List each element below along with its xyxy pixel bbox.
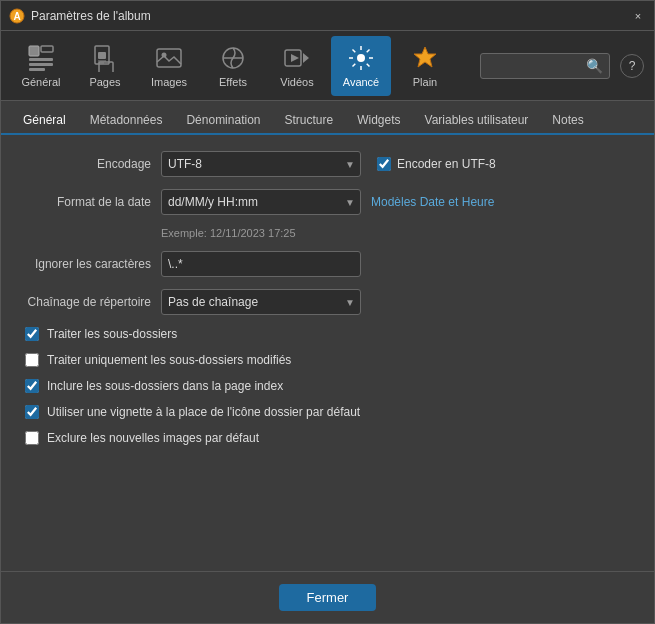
toolbar-avance-label: Avancé — [343, 76, 380, 88]
avance-icon — [347, 44, 375, 72]
toolbar-effets[interactable]: Effets — [203, 36, 263, 96]
encoder-utf8-checkbox[interactable] — [377, 157, 391, 171]
tab-notes[interactable]: Notes — [540, 107, 595, 135]
pages-icon — [91, 44, 119, 72]
svg-rect-2 — [29, 46, 39, 56]
svg-rect-4 — [29, 58, 53, 61]
svg-marker-18 — [291, 54, 299, 62]
format-date-row: Format de la date dd/MM/y HH:mm MM/dd/yy… — [21, 189, 634, 215]
encodage-row: Encodage UTF-8 ISO-8859-1 Windows-1252 ▼… — [21, 151, 634, 177]
toolbar-videos-label: Vidéos — [280, 76, 313, 88]
ignorer-label: Ignorer les caractères — [21, 257, 151, 271]
ignorer-input[interactable] — [161, 251, 361, 277]
tabs-bar: Général Métadonnées Dénomination Structu… — [1, 101, 654, 135]
toolbar-images[interactable]: Images — [139, 36, 199, 96]
checkbox-traiter-modifies: Traiter uniquement les sous-dossiers mod… — [21, 353, 634, 367]
tab-metadonnees[interactable]: Métadonnées — [78, 107, 175, 135]
checkbox-exclure-images-label: Exclure les nouvelles images par défaut — [47, 431, 259, 445]
footer: Fermer — [1, 571, 654, 623]
window-title: Paramètres de l'album — [31, 9, 630, 23]
toolbar-videos[interactable]: Vidéos — [267, 36, 327, 96]
svg-rect-6 — [29, 68, 45, 71]
checkbox-traiter-modifies-label: Traiter uniquement les sous-dossiers mod… — [47, 353, 291, 367]
toolbar-general-label: Général — [21, 76, 60, 88]
svg-rect-3 — [41, 46, 53, 52]
checkbox-traiter-sous: Traiter les sous-dossiers — [21, 327, 634, 341]
search-input[interactable] — [487, 59, 586, 73]
effets-icon — [219, 44, 247, 72]
close-button[interactable]: × — [630, 8, 646, 24]
main-window: A Paramètres de l'album × Général — [0, 0, 655, 624]
toolbar-pages[interactable]: Pages — [75, 36, 135, 96]
search-box: 🔍 — [480, 53, 610, 79]
toolbar-avance[interactable]: Avancé — [331, 36, 391, 96]
svg-line-25 — [367, 63, 370, 66]
checkbox-inclure-index-input[interactable] — [25, 379, 39, 393]
svg-point-19 — [357, 54, 365, 62]
toolbar-effets-label: Effets — [219, 76, 247, 88]
checkbox-utiliser-vignette-input[interactable] — [25, 405, 39, 419]
encodage-label: Encodage — [21, 157, 151, 171]
toolbar-plain[interactable]: Plain — [395, 36, 455, 96]
svg-rect-8 — [98, 52, 106, 59]
content-area: Encodage UTF-8 ISO-8859-1 Windows-1252 ▼… — [1, 135, 654, 571]
svg-line-26 — [367, 49, 370, 52]
encoder-utf8-row: Encoder en UTF-8 — [377, 157, 496, 171]
checkbox-exclure-images-input[interactable] — [25, 431, 39, 445]
tab-denomination[interactable]: Dénomination — [174, 107, 272, 135]
format-date-label: Format de la date — [21, 195, 151, 209]
svg-rect-5 — [29, 63, 53, 66]
checkbox-utiliser-vignette: Utiliser une vignette à la place de l'ic… — [21, 405, 634, 419]
svg-marker-28 — [414, 47, 436, 67]
format-date-select[interactable]: dd/MM/y HH:mm MM/dd/yyyy HH:mm yyyy-MM-d… — [161, 189, 361, 215]
checkbox-inclure-index: Inclure les sous-dossiers dans la page i… — [21, 379, 634, 393]
encoder-utf8-label: Encoder en UTF-8 — [397, 157, 496, 171]
app-icon: A — [9, 8, 25, 24]
chainage-row: Chaînage de répertoire Pas de chaînage C… — [21, 289, 634, 315]
toolbar-general[interactable]: Général — [11, 36, 71, 96]
checkbox-traiter-sous-input[interactable] — [25, 327, 39, 341]
checkbox-utiliser-vignette-label: Utiliser une vignette à la place de l'ic… — [47, 405, 360, 419]
svg-line-24 — [353, 49, 356, 52]
encodage-select-wrapper: UTF-8 ISO-8859-1 Windows-1252 ▼ — [161, 151, 361, 177]
toolbar-images-label: Images — [151, 76, 187, 88]
checkbox-inclure-index-label: Inclure les sous-dossiers dans la page i… — [47, 379, 283, 393]
format-date-select-wrapper: dd/MM/y HH:mm MM/dd/yyyy HH:mm yyyy-MM-d… — [161, 189, 361, 215]
checkbox-traiter-sous-label: Traiter les sous-dossiers — [47, 327, 177, 341]
svg-line-27 — [353, 63, 356, 66]
window-controls: × — [630, 8, 646, 24]
search-icon: 🔍 — [586, 58, 603, 74]
ignorer-row: Ignorer les caractères — [21, 251, 634, 277]
chainage-select[interactable]: Pas de chaînage Chaînage simple Chaînage… — [161, 289, 361, 315]
chainage-label: Chaînage de répertoire — [21, 295, 151, 309]
svg-marker-17 — [303, 53, 309, 63]
checkbox-exclure-images: Exclure les nouvelles images par défaut — [21, 431, 634, 445]
svg-text:A: A — [13, 11, 20, 22]
toolbar-plain-label: Plain — [413, 76, 437, 88]
general-icon — [27, 44, 55, 72]
tab-structure[interactable]: Structure — [272, 107, 345, 135]
tab-widgets[interactable]: Widgets — [345, 107, 412, 135]
encodage-select[interactable]: UTF-8 ISO-8859-1 Windows-1252 — [161, 151, 361, 177]
checkbox-traiter-modifies-input[interactable] — [25, 353, 39, 367]
modeles-date-heure-link[interactable]: Modèles Date et Heure — [371, 195, 494, 209]
chainage-select-wrapper: Pas de chaînage Chaînage simple Chaînage… — [161, 289, 361, 315]
toolbar-pages-label: Pages — [89, 76, 120, 88]
tab-variables[interactable]: Variables utilisateur — [413, 107, 541, 135]
fermer-button[interactable]: Fermer — [279, 584, 377, 611]
plain-icon — [411, 44, 439, 72]
date-example: Exemple: 12/11/2023 17:25 — [21, 227, 634, 239]
tab-general[interactable]: Général — [11, 107, 78, 135]
titlebar: A Paramètres de l'album × — [1, 1, 654, 31]
toolbar: Général Pages — [1, 31, 654, 101]
videos-icon — [283, 44, 311, 72]
images-icon — [155, 44, 183, 72]
help-button[interactable]: ? — [620, 54, 644, 78]
